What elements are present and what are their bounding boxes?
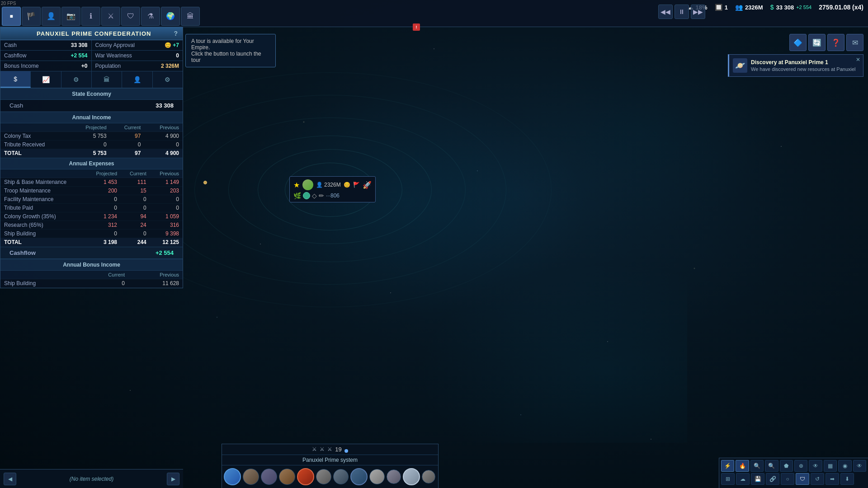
bonus-col-name [0, 271, 80, 279]
tab-chart[interactable]: 📈 [31, 71, 61, 88]
planet-10[interactable] [387, 469, 401, 484]
bonus-ship-previous: 11 628 [128, 279, 183, 288]
br-btn-shield[interactable]: 🛡 [796, 473, 809, 485]
br-btn-polygon[interactable]: ⬟ [780, 460, 793, 472]
diplomacy-btn[interactable]: 🔷 [789, 34, 807, 51]
br-btn-zoom-out[interactable]: 🔍 [765, 460, 778, 472]
prev-speed-btn[interactable]: ◀◀ [658, 5, 673, 19]
state-economy-header: State Economy [0, 88, 183, 100]
br-btn-crosshair[interactable]: ⊕ [794, 460, 807, 472]
br-btn-eye3[interactable]: 👁 [853, 460, 866, 472]
cashflow-label: Cashflow [4, 52, 26, 59]
sys-tab-dot [344, 449, 348, 453]
nav-next-btn[interactable]: ▶ [167, 473, 179, 485]
br-btn-eye2[interactable]: ◉ [838, 460, 851, 472]
planet-6[interactable] [316, 469, 331, 484]
people-icon: 👤 [47, 12, 56, 20]
discovery-notification[interactable]: 🪐 Discovery at Panuxiel Prime 1 We have … [728, 54, 863, 77]
system-name: Panuxiel Prime system [222, 455, 438, 465]
br-btn-3[interactable]: 🔍 [750, 460, 764, 472]
br-btn-layer[interactable]: ▦ [824, 460, 837, 472]
sys-tab-num: 19 [335, 446, 341, 453]
planet-3[interactable] [261, 469, 277, 485]
tab-buildings[interactable]: 🏛 [92, 71, 122, 88]
message-btn[interactable]: ✉ [846, 34, 863, 51]
cycle-btn[interactable]: 🔄 [808, 34, 826, 51]
ship-building-projected: 0 [86, 230, 121, 238]
br-btn-grid[interactable]: ⊞ [721, 473, 735, 485]
fleet-icon: 🔲 [715, 4, 722, 11]
planet-12[interactable] [422, 470, 435, 483]
planet-8[interactable] [350, 468, 368, 485]
colony-tax-label: Colony Tax [0, 132, 70, 141]
war-weariness-value: 0 [176, 52, 179, 59]
br-btn-refresh[interactable]: ↺ [811, 473, 824, 485]
alert-icon[interactable]: ! [413, 23, 420, 31]
toolbar-btn-flag[interactable]: 🏴 [22, 7, 41, 26]
br-btn-link[interactable]: 🔗 [766, 473, 779, 485]
planet-7[interactable] [333, 469, 349, 484]
toolbar-btn-camera[interactable]: 📷 [61, 7, 80, 26]
toolbar-row-1: ⚡ 🔥 🔍 🔍 ⬟ ⊕ 👁 ▦ ◉ 👁 [721, 460, 866, 472]
popup-ship-icon: 🚀 [363, 181, 372, 189]
cashflow-display-label: Cashflow [9, 249, 36, 256]
br-btn-2[interactable]: 🔥 [736, 460, 749, 472]
sys-tab-icon3[interactable]: ⚔ [327, 446, 332, 453]
notif-close-btn[interactable]: ✕ [856, 56, 860, 63]
planet-9[interactable] [369, 469, 385, 484]
planet-1[interactable] [224, 468, 241, 485]
toolbar-row-2: ⊞ ☁ 💾 🔗 ○ 🛡 ↺ ➡ ⬇ [721, 473, 866, 485]
system-tabs: ⚔ ⚔ ⚔ 19 [222, 444, 438, 455]
empire-icon: 🏛 [187, 12, 194, 20]
tab-settings-2[interactable]: ⚙ [153, 71, 183, 88]
shield-icon: 🛡 [127, 12, 134, 20]
br-btn-1[interactable]: ⚡ [721, 460, 734, 472]
tab-economy[interactable]: $ [0, 71, 31, 88]
toolbar-btn-empire[interactable]: 🏛 [181, 7, 200, 26]
toolbar-btn-shield[interactable]: 🛡 [121, 7, 140, 26]
toolbar-btn-sword[interactable]: ⚔ [101, 7, 120, 26]
cash-display-amount: 33 308 [156, 102, 174, 109]
ship-maint-previous: 1 149 [150, 178, 183, 187]
colony-approval-value: 😊 +7 [165, 42, 179, 48]
popup-dots-value: ···806 [326, 192, 340, 199]
br-btn-circle[interactable]: ○ [781, 473, 794, 485]
br-btn-disk[interactable]: 💾 [751, 473, 764, 485]
cash-summary-value: 33 308 [71, 42, 88, 48]
toolbar-btn-people[interactable]: 👤 [42, 7, 61, 26]
toolbar-btn-planet[interactable]: 🌍 [161, 7, 180, 26]
panel-close-btn[interactable]: ? [174, 30, 178, 37]
help-btn[interactable]: ❓ [827, 34, 844, 51]
br-btn-cloud[interactable]: ☁ [736, 473, 750, 485]
exp-row-ship: Ship & Base Maintenance 1 453 111 1 149 [0, 178, 183, 187]
nav-prev-btn[interactable]: ◀ [4, 473, 16, 485]
sys-tab-icon1[interactable]: ⚔ [312, 446, 317, 453]
planet-5[interactable] [297, 468, 314, 485]
orbit-planet-dot [203, 181, 207, 184]
planet-4[interactable] [279, 469, 295, 485]
sys-tab-icon2[interactable]: ⚔ [320, 446, 325, 453]
income-row-tribute: Tribute Received 0 0 0 [0, 141, 183, 149]
br-btn-arrow[interactable]: ➡ [826, 473, 839, 485]
tour-tooltip: A tour is available for Your Empire. Cli… [185, 34, 276, 67]
pause-btn[interactable]: ⏸ [675, 5, 689, 19]
planet-11[interactable] [403, 468, 420, 485]
exp-total-current: 244 [121, 238, 150, 247]
toolbar-btn-home[interactable]: ■ [2, 7, 21, 26]
fps-label: 20 FPS [1, 1, 16, 6]
tab-settings-1[interactable]: ⚙ [61, 71, 92, 88]
popup-pop-value: 2326M [324, 182, 341, 188]
camera-icon: 📷 [66, 12, 75, 20]
tribute-paid-current: 0 [121, 204, 150, 212]
top-toolbar: 20 FPS ■ 🏴 👤 📷 ℹ ⚔ 🛡 ⚗ 🌍 🏛 [0, 0, 868, 27]
toolbar-btn-info[interactable]: ℹ [81, 7, 100, 26]
planet-2[interactable] [243, 469, 259, 485]
br-btn-eye1[interactable]: 👁 [809, 460, 822, 472]
toolbar-btn-flask[interactable]: ⚗ [141, 7, 160, 26]
br-btn-down[interactable]: ⬇ [840, 473, 854, 485]
toolbar-left: ■ 🏴 👤 📷 ℹ ⚔ 🛡 ⚗ 🌍 🏛 [0, 0, 202, 28]
cash-stat-cell: Cash 33 308 [0, 40, 92, 50]
next-speed-btn[interactable]: ▶▶ [691, 5, 705, 19]
planet-avatar [302, 179, 313, 190]
tab-people[interactable]: 👤 [122, 71, 152, 88]
